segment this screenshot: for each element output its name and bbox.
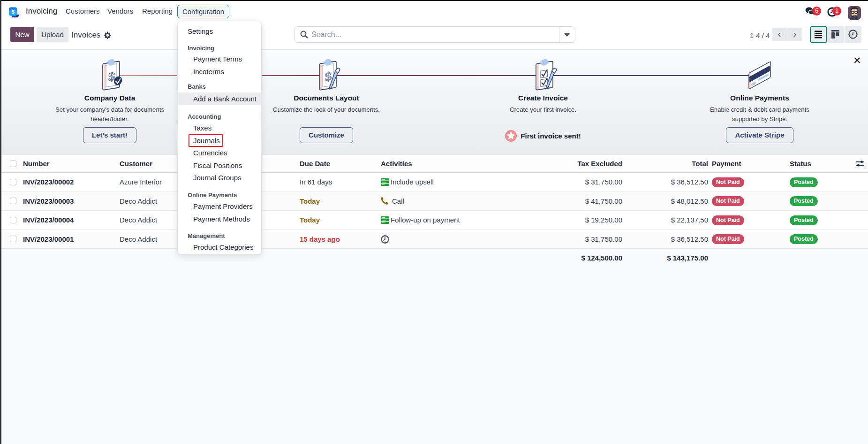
svg-text:$: $ (11, 9, 15, 15)
svg-text:$: $ (108, 69, 115, 84)
svg-text:$: $ (325, 69, 332, 84)
